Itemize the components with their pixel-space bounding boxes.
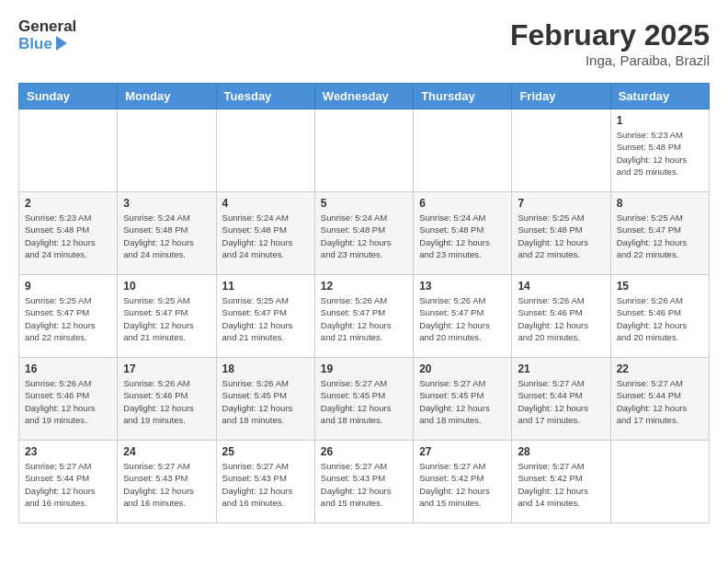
calendar-day-cell: 3Sunrise: 5:24 AM Sunset: 5:48 PM Daylig… (118, 192, 216, 275)
calendar-week-row: 23Sunrise: 5:27 AM Sunset: 5:44 PM Dayli… (19, 441, 710, 523)
day-number: 14 (518, 280, 604, 293)
day-sun-info: Sunrise: 5:26 AM Sunset: 5:47 PM Dayligh… (321, 294, 407, 343)
day-sun-info: Sunrise: 5:26 AM Sunset: 5:46 PM Dayligh… (25, 377, 111, 426)
logo-triangle-icon (54, 36, 67, 51)
calendar-week-row: 1Sunrise: 5:23 AM Sunset: 5:48 PM Daylig… (19, 109, 710, 192)
calendar-day-cell: 23Sunrise: 5:27 AM Sunset: 5:44 PM Dayli… (19, 441, 118, 523)
day-of-week-header: Thursday (414, 84, 512, 109)
day-number: 11 (222, 280, 309, 293)
day-number: 12 (321, 280, 407, 293)
day-sun-info: Sunrise: 5:27 AM Sunset: 5:42 PM Dayligh… (518, 460, 604, 509)
calendar-day-cell: 17Sunrise: 5:26 AM Sunset: 5:46 PM Dayli… (118, 358, 216, 441)
calendar-day-cell: 26Sunrise: 5:27 AM Sunset: 5:43 PM Dayli… (314, 441, 413, 523)
day-sun-info: Sunrise: 5:25 AM Sunset: 5:47 PM Dayligh… (617, 212, 703, 260)
page-header: General Blue February 2025 Inga, Paraiba… (18, 18, 710, 68)
day-number: 19 (321, 362, 407, 375)
day-number: 20 (419, 362, 506, 375)
calendar-table: SundayMondayTuesdayWednesdayThursdayFrid… (18, 83, 710, 523)
calendar-day-cell (19, 109, 118, 192)
day-sun-info: Sunrise: 5:24 AM Sunset: 5:48 PM Dayligh… (222, 212, 309, 260)
day-number: 9 (25, 280, 111, 293)
day-sun-info: Sunrise: 5:25 AM Sunset: 5:48 PM Dayligh… (518, 212, 604, 260)
day-sun-info: Sunrise: 5:25 AM Sunset: 5:47 PM Dayligh… (25, 294, 111, 343)
calendar-day-cell (118, 109, 216, 192)
day-sun-info: Sunrise: 5:25 AM Sunset: 5:47 PM Dayligh… (222, 294, 309, 343)
day-sun-info: Sunrise: 5:23 AM Sunset: 5:48 PM Dayligh… (25, 212, 111, 260)
calendar-day-cell: 12Sunrise: 5:26 AM Sunset: 5:47 PM Dayli… (314, 275, 413, 358)
calendar-day-cell: 19Sunrise: 5:27 AM Sunset: 5:45 PM Dayli… (314, 358, 413, 441)
calendar-day-cell: 14Sunrise: 5:26 AM Sunset: 5:46 PM Dayli… (512, 275, 610, 358)
day-of-week-header: Saturday (610, 84, 709, 109)
calendar-day-cell (414, 109, 512, 192)
day-number: 3 (123, 197, 210, 210)
calendar-day-cell: 24Sunrise: 5:27 AM Sunset: 5:43 PM Dayli… (118, 441, 216, 523)
day-sun-info: Sunrise: 5:27 AM Sunset: 5:43 PM Dayligh… (321, 460, 407, 509)
day-sun-info: Sunrise: 5:27 AM Sunset: 5:43 PM Dayligh… (222, 460, 309, 509)
logo: General Blue (18, 18, 76, 52)
calendar-day-cell: 5Sunrise: 5:24 AM Sunset: 5:48 PM Daylig… (314, 192, 413, 275)
day-sun-info: Sunrise: 5:27 AM Sunset: 5:43 PM Dayligh… (123, 460, 210, 509)
day-sun-info: Sunrise: 5:27 AM Sunset: 5:44 PM Dayligh… (518, 377, 604, 426)
calendar-day-cell: 25Sunrise: 5:27 AM Sunset: 5:43 PM Dayli… (216, 441, 314, 523)
calendar-day-cell: 11Sunrise: 5:25 AM Sunset: 5:47 PM Dayli… (216, 275, 314, 358)
day-sun-info: Sunrise: 5:23 AM Sunset: 5:48 PM Dayligh… (617, 129, 703, 178)
calendar-header-row: SundayMondayTuesdayWednesdayThursdayFrid… (19, 84, 710, 109)
day-sun-info: Sunrise: 5:27 AM Sunset: 5:45 PM Dayligh… (419, 377, 506, 426)
day-number: 21 (518, 362, 604, 375)
day-sun-info: Sunrise: 5:24 AM Sunset: 5:48 PM Dayligh… (419, 212, 506, 260)
day-number: 25 (222, 445, 309, 458)
calendar-day-cell: 6Sunrise: 5:24 AM Sunset: 5:48 PM Daylig… (414, 192, 512, 275)
day-number: 17 (123, 362, 210, 375)
day-of-week-header: Tuesday (216, 84, 314, 109)
day-sun-info: Sunrise: 5:26 AM Sunset: 5:46 PM Dayligh… (518, 294, 604, 343)
day-number: 28 (518, 445, 604, 458)
day-of-week-header: Monday (118, 84, 216, 109)
day-sun-info: Sunrise: 5:27 AM Sunset: 5:44 PM Dayligh… (617, 377, 703, 426)
calendar-title-block: February 2025 Inga, Paraiba, Brazil (510, 18, 710, 68)
calendar-day-cell: 7Sunrise: 5:25 AM Sunset: 5:48 PM Daylig… (512, 192, 610, 275)
day-number: 26 (321, 445, 407, 458)
day-number: 1 (617, 114, 703, 127)
calendar-location: Inga, Paraiba, Brazil (510, 52, 710, 68)
calendar-day-cell: 28Sunrise: 5:27 AM Sunset: 5:42 PM Dayli… (512, 441, 610, 523)
day-number: 5 (321, 197, 407, 210)
day-of-week-header: Wednesday (314, 84, 413, 109)
day-number: 15 (617, 280, 703, 293)
day-number: 2 (25, 197, 111, 210)
day-number: 7 (518, 197, 604, 210)
day-of-week-header: Friday (512, 84, 610, 109)
day-sun-info: Sunrise: 5:27 AM Sunset: 5:42 PM Dayligh… (419, 460, 506, 509)
svg-marker-0 (56, 36, 67, 51)
logo-general: General (18, 18, 76, 36)
calendar-day-cell: 15Sunrise: 5:26 AM Sunset: 5:46 PM Dayli… (610, 275, 709, 358)
day-number: 4 (222, 197, 309, 210)
calendar-day-cell: 1Sunrise: 5:23 AM Sunset: 5:48 PM Daylig… (610, 109, 709, 192)
calendar-day-cell (610, 441, 709, 523)
day-sun-info: Sunrise: 5:27 AM Sunset: 5:44 PM Dayligh… (25, 460, 111, 509)
calendar-day-cell: 4Sunrise: 5:24 AM Sunset: 5:48 PM Daylig… (216, 192, 314, 275)
day-sun-info: Sunrise: 5:26 AM Sunset: 5:45 PM Dayligh… (222, 377, 309, 426)
day-number: 18 (222, 362, 309, 375)
day-sun-info: Sunrise: 5:24 AM Sunset: 5:48 PM Dayligh… (321, 212, 407, 260)
day-number: 27 (419, 445, 506, 458)
day-sun-info: Sunrise: 5:26 AM Sunset: 5:46 PM Dayligh… (617, 294, 703, 343)
day-of-week-header: Sunday (19, 84, 118, 109)
calendar-day-cell (216, 109, 314, 192)
calendar-day-cell: 2Sunrise: 5:23 AM Sunset: 5:48 PM Daylig… (19, 192, 118, 275)
day-number: 22 (617, 362, 703, 375)
day-number: 23 (25, 445, 111, 458)
day-number: 16 (25, 362, 111, 375)
day-number: 24 (123, 445, 210, 458)
calendar-week-row: 2Sunrise: 5:23 AM Sunset: 5:48 PM Daylig… (19, 192, 710, 275)
logo-blue: Blue (18, 36, 52, 53)
day-sun-info: Sunrise: 5:27 AM Sunset: 5:45 PM Dayligh… (321, 377, 407, 426)
calendar-day-cell: 22Sunrise: 5:27 AM Sunset: 5:44 PM Dayli… (610, 358, 709, 441)
day-sun-info: Sunrise: 5:26 AM Sunset: 5:47 PM Dayligh… (419, 294, 506, 343)
calendar-month-year: February 2025 (510, 18, 710, 52)
day-number: 8 (617, 197, 703, 210)
calendar-day-cell: 20Sunrise: 5:27 AM Sunset: 5:45 PM Dayli… (414, 358, 512, 441)
day-number: 13 (419, 280, 506, 293)
day-number: 10 (123, 280, 210, 293)
day-sun-info: Sunrise: 5:26 AM Sunset: 5:46 PM Dayligh… (123, 377, 210, 426)
calendar-day-cell: 8Sunrise: 5:25 AM Sunset: 5:47 PM Daylig… (610, 192, 709, 275)
